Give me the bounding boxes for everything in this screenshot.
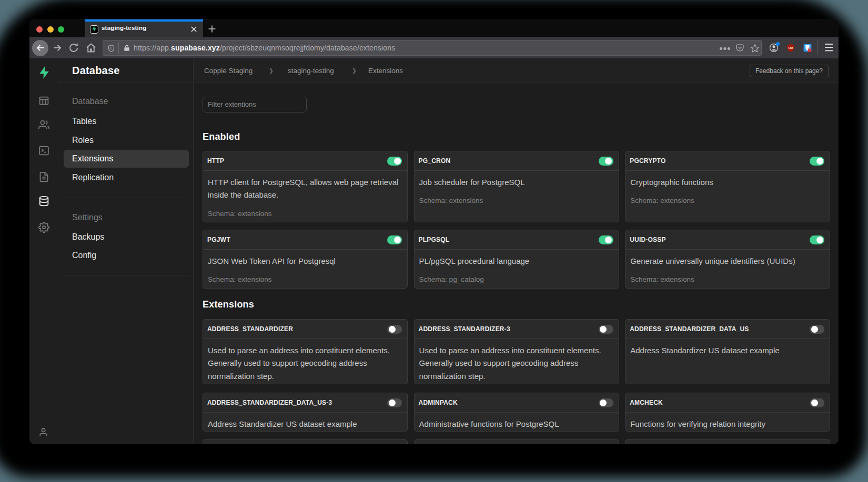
svg-text:UD: UD bbox=[789, 46, 793, 49]
